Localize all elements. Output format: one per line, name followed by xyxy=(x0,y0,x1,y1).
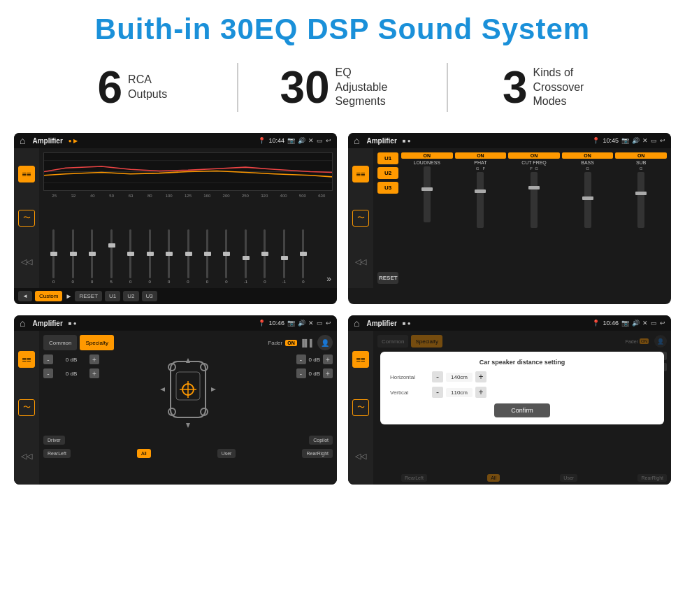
confirm-button[interactable]: Confirm xyxy=(494,403,550,417)
rearleft-btn[interactable]: RearLeft xyxy=(43,449,71,458)
screen3-wave-icon[interactable]: 〜 xyxy=(18,399,35,416)
fader-person-icon[interactable]: 👤 xyxy=(317,335,333,350)
screen3-back-icon[interactable]: ↩ xyxy=(326,320,331,327)
ch-sub-fader[interactable] xyxy=(637,172,644,228)
vol-plus-3[interactable]: + xyxy=(323,354,333,364)
ch-bass-fader[interactable] xyxy=(584,172,591,228)
slider-5-track[interactable] xyxy=(129,229,131,278)
u2-btn[interactable]: U2 xyxy=(123,291,138,301)
slider-12-track[interactable] xyxy=(264,229,266,278)
slider-10-thumb[interactable] xyxy=(223,252,230,256)
vertical-minus-btn[interactable]: - xyxy=(432,387,443,398)
screen1-home-icon[interactable]: ⌂ xyxy=(20,135,25,146)
amp-u2-btn[interactable]: U2 xyxy=(377,167,398,179)
screen2-rect-icon[interactable]: ▭ xyxy=(651,137,657,144)
copilot-btn[interactable]: Copilot xyxy=(309,436,333,445)
slider-6-thumb[interactable] xyxy=(147,252,154,256)
ch-phat-fader[interactable] xyxy=(477,172,484,228)
slider-1-track[interactable] xyxy=(52,229,55,278)
vol-plus-1[interactable]: + xyxy=(89,354,99,364)
reset-btn[interactable]: RESET xyxy=(75,291,102,301)
amp-u3-btn[interactable]: U3 xyxy=(377,182,398,194)
vol-plus-4[interactable]: + xyxy=(323,368,333,378)
screen1-x-icon[interactable]: ✕ xyxy=(308,137,314,144)
user-btn[interactable]: User xyxy=(217,449,236,458)
screen3-rect-icon[interactable]: ▭ xyxy=(317,320,323,327)
slider-4-track[interactable] xyxy=(110,229,113,278)
screen4-x-icon[interactable]: ✕ xyxy=(642,320,648,327)
slider-8-track[interactable] xyxy=(187,229,189,278)
ch-phat-thumb[interactable] xyxy=(475,189,486,193)
vol-minus-3[interactable]: - xyxy=(296,354,306,364)
screen4-speaker-icon[interactable]: ◁◁ xyxy=(352,447,369,464)
rearright-btn[interactable]: RearRight xyxy=(302,449,333,458)
slider-9-track[interactable] xyxy=(206,229,208,278)
ch-loudness-thumb[interactable] xyxy=(421,187,433,191)
driver-btn[interactable]: Driver xyxy=(43,436,65,445)
slider-3-thumb[interactable] xyxy=(89,252,96,256)
slider-5-thumb[interactable] xyxy=(127,252,134,256)
screen4-home-icon[interactable]: ⌂ xyxy=(354,317,359,329)
screen3-eq-icon[interactable]: ≡≡ xyxy=(18,351,35,368)
vertical-plus-btn[interactable]: + xyxy=(475,387,486,398)
slider-9-thumb[interactable] xyxy=(204,252,211,256)
custom-btn[interactable]: Custom xyxy=(35,291,63,301)
slider-13-track[interactable] xyxy=(283,229,285,278)
tab-specialty[interactable]: Specialty xyxy=(80,335,113,350)
screen1-eq-icon[interactable]: ≡≡ xyxy=(18,166,35,182)
more-icon[interactable]: » xyxy=(326,274,331,284)
horizontal-plus-btn[interactable]: + xyxy=(475,371,486,382)
screen4-eq-icon[interactable]: ≡≡ xyxy=(352,351,369,368)
slider-2-thumb[interactable] xyxy=(70,252,77,256)
screen2-eq-icon[interactable]: ≡≡ xyxy=(352,166,369,182)
screen2-back-icon[interactable]: ↩ xyxy=(660,137,665,144)
screen4-back-icon[interactable]: ↩ xyxy=(660,320,665,327)
screen1-speaker-icon[interactable]: ◁◁ xyxy=(18,254,35,271)
slider-4-thumb[interactable] xyxy=(108,243,115,248)
distance-dialog[interactable]: Car speaker distance setting Horizontal … xyxy=(380,352,664,424)
screen1-rect-icon[interactable]: ▭ xyxy=(317,137,323,144)
ch-loudness-fader[interactable] xyxy=(424,166,431,222)
tab-common[interactable]: Common xyxy=(43,335,77,350)
slider-13-thumb[interactable] xyxy=(281,256,288,260)
screen3-x-icon[interactable]: ✕ xyxy=(308,320,314,327)
prev-btn[interactable]: ◄ xyxy=(18,291,32,301)
vol-plus-2[interactable]: + xyxy=(89,368,99,378)
slider-7-thumb[interactable] xyxy=(166,252,173,256)
slider-7-track[interactable] xyxy=(168,229,170,278)
slider-3-track[interactable] xyxy=(91,229,93,278)
slider-1-thumb[interactable] xyxy=(50,252,57,256)
ch-cutfreq-fader[interactable] xyxy=(531,172,538,228)
screen1-back-icon[interactable]: ↩ xyxy=(326,137,331,144)
horizontal-minus-btn[interactable]: - xyxy=(432,371,443,382)
slider-12-thumb[interactable] xyxy=(261,252,268,256)
screen4-rect-icon[interactable]: ▭ xyxy=(651,320,657,327)
u1-btn[interactable]: U1 xyxy=(105,291,120,301)
play-btn[interactable]: ► xyxy=(65,292,72,300)
all-btn[interactable]: All xyxy=(137,449,151,458)
ch-cutfreq-thumb[interactable] xyxy=(528,186,540,189)
vol-minus-4[interactable]: - xyxy=(296,368,306,378)
slider-11-track[interactable] xyxy=(245,229,247,278)
slider-14-thumb[interactable] xyxy=(300,252,307,256)
screen1-wave-icon[interactable]: 〜 xyxy=(18,210,35,227)
slider-10-track[interactable] xyxy=(225,229,227,278)
ch-bass-thumb[interactable] xyxy=(582,196,593,200)
screen2-x-icon[interactable]: ✕ xyxy=(642,137,648,144)
u3-btn[interactable]: U3 xyxy=(142,291,157,301)
screen4-wave-icon[interactable]: 〜 xyxy=(352,399,369,416)
slider-14-track[interactable] xyxy=(302,229,304,278)
vol-minus-2[interactable]: - xyxy=(43,368,53,378)
screen3-speaker-icon[interactable]: ◁◁ xyxy=(18,447,35,464)
screen2-home-icon[interactable]: ⌂ xyxy=(354,135,359,146)
screen2-wave-icon[interactable]: 〜 xyxy=(352,210,369,227)
slider-6-track[interactable] xyxy=(149,229,151,278)
slider-8-thumb[interactable] xyxy=(185,252,192,256)
screen3-home-icon[interactable]: ⌂ xyxy=(20,317,25,329)
amp-reset-btn[interactable]: RESET xyxy=(377,272,398,284)
slider-2-track[interactable] xyxy=(72,229,74,278)
amp-u1-btn[interactable]: U1 xyxy=(377,152,398,164)
screen2-speaker-icon[interactable]: ◁◁ xyxy=(352,254,369,271)
vol-minus-1[interactable]: - xyxy=(43,354,53,364)
slider-11-thumb[interactable] xyxy=(243,256,250,260)
